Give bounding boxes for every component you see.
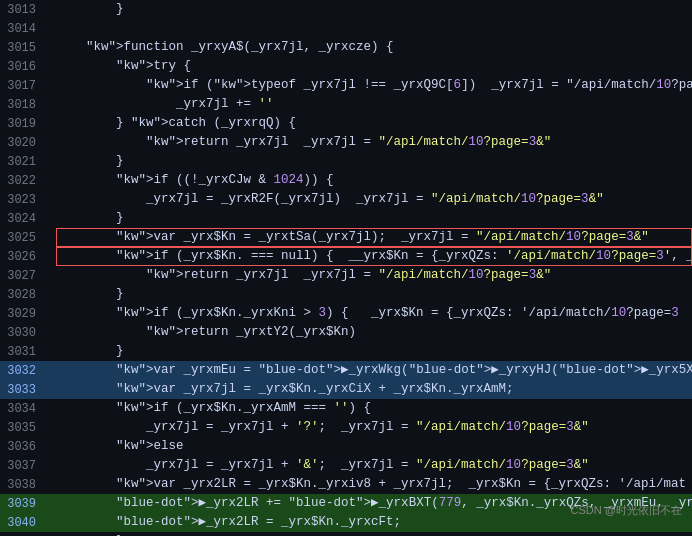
line-content: } "kw">catch (_yrxrqQ) {: [48, 114, 692, 133]
code-editor: 3013 }30143015 "kw">function _yrxyA$(_yr…: [0, 0, 692, 536]
line-number: 3025: [0, 231, 48, 245]
line-number: 3013: [0, 3, 48, 17]
line-content: }: [48, 285, 692, 304]
line-content: }: [48, 209, 692, 228]
code-line: 3014: [0, 19, 692, 38]
code-line: 3033 "kw">var _yrx7jl = _yrx$Kn._yrxCiX …: [0, 380, 692, 399]
line-number: 3016: [0, 60, 48, 74]
line-number: 3021: [0, 155, 48, 169]
line-number: 3022: [0, 174, 48, 188]
line-content: }: [48, 152, 692, 171]
line-number: 3039: [0, 497, 48, 511]
code-line: 3016 "kw">try {: [0, 57, 692, 76]
line-content: _yrx7jl = _yrxR2F(_yrx7jl) _yrx7jl = "/a…: [48, 190, 692, 209]
code-line: 3032 "kw">var _yrxmEu = "blue-dot">▶_yrx…: [0, 361, 692, 380]
code-line: 3036 "kw">else: [0, 437, 692, 456]
line-number: 3023: [0, 193, 48, 207]
line-content: "kw">var _yrx$Kn = _yrxtSa(_yrx7jl); _yr…: [48, 228, 692, 247]
code-line: 3037 _yrx7jl = _yrx7jl + '&'; _yrx7jl = …: [0, 456, 692, 475]
line-number: 3018: [0, 98, 48, 112]
code-line: 3031 }: [0, 342, 692, 361]
code-line: 3023 _yrx7jl = _yrxR2F(_yrx7jl) _yrx7jl …: [0, 190, 692, 209]
line-number: 3028: [0, 288, 48, 302]
code-line: 3015 "kw">function _yrxyA$(_yrx7jl, _yrx…: [0, 38, 692, 57]
line-number: 3027: [0, 269, 48, 283]
line-content: "kw">else: [48, 437, 692, 456]
line-number: 3030: [0, 326, 48, 340]
line-content: "kw">var _yrx7jl = _yrx$Kn._yrxCiX + _yr…: [48, 380, 692, 399]
code-line: 3038 "kw">var _yrx2LR = _yrx$Kn._yrxiv8 …: [0, 475, 692, 494]
line-number: 3040: [0, 516, 48, 530]
line-content: "kw">function _yrxyA$(_yrx7jl, _yrxcze) …: [48, 38, 692, 57]
line-number: 3026: [0, 250, 48, 264]
line-content: _yrx7jl = _yrx7jl + '?'; _yrx7jl = "/api…: [48, 418, 692, 437]
line-number: 3032: [0, 364, 48, 378]
code-line: 3025 "kw">var _yrx$Kn = _yrxtSa(_yrx7jl)…: [0, 228, 692, 247]
code-line: 3041 }: [0, 532, 692, 536]
line-content: "kw">if (_yrx$Kn._yrxAmM === '') {: [48, 399, 692, 418]
code-line: 3017 "kw">if ("kw">typeof _yrx7jl !== _y…: [0, 76, 692, 95]
line-content: "kw">var _yrx2LR = _yrx$Kn._yrxiv8 + _yr…: [48, 475, 692, 494]
line-number: 3035: [0, 421, 48, 435]
line-number: 3015: [0, 41, 48, 55]
code-line: 3018 _yrx7jl += '': [0, 95, 692, 114]
watermark: CSDN @时光依旧不在: [571, 503, 682, 518]
line-number: 3029: [0, 307, 48, 321]
line-content: "kw">return _yrx7jl _yrx7jl = "/api/matc…: [48, 133, 692, 152]
line-number: 3019: [0, 117, 48, 131]
code-line: 3022 "kw">if ((!_yrxCJw & 1024)) {: [0, 171, 692, 190]
line-content: "kw">if (_yrx$Kn._yrxKni > 3) { _yrx$Kn …: [48, 304, 692, 323]
line-content: "kw">return _yrxtY2(_yrx$Kn): [48, 323, 692, 342]
line-content: "kw">return _yrx7jl _yrx7jl = "/api/matc…: [48, 266, 692, 285]
code-line: 3030 "kw">return _yrxtY2(_yrx$Kn): [0, 323, 692, 342]
line-content: "kw">try {: [48, 57, 692, 76]
code-line: 3029 "kw">if (_yrx$Kn._yrxKni > 3) { _yr…: [0, 304, 692, 323]
line-content: _yrx7jl = _yrx7jl + '&'; _yrx7jl = "/api…: [48, 456, 692, 475]
code-line: 3020 "kw">return _yrx7jl _yrx7jl = "/api…: [0, 133, 692, 152]
line-content: }: [48, 342, 692, 361]
line-number: 3037: [0, 459, 48, 473]
code-content: 3013 }30143015 "kw">function _yrxyA$(_yr…: [0, 0, 692, 536]
code-line: 3024 }: [0, 209, 692, 228]
line-number: 3031: [0, 345, 48, 359]
line-content: _yrx7jl += '': [48, 95, 692, 114]
line-content: "kw">var _yrxmEu = "blue-dot">▶_yrxWkg("…: [48, 361, 692, 380]
code-line: 3027 "kw">return _yrx7jl _yrx7jl = "/api…: [0, 266, 692, 285]
line-number: 3024: [0, 212, 48, 226]
line-content: "kw">if (_yrx$Kn. === null) { __yrx$Kn =…: [48, 247, 692, 266]
code-line: 3026 "kw">if (_yrx$Kn. === null) { __yrx…: [0, 247, 692, 266]
line-content: }: [48, 0, 692, 19]
code-line: 3034 "kw">if (_yrx$Kn._yrxAmM === '') {: [0, 399, 692, 418]
line-content: "kw">if ((!_yrxCJw & 1024)) {: [48, 171, 692, 190]
code-line: 3028 }: [0, 285, 692, 304]
line-number: 3017: [0, 79, 48, 93]
code-line: 3021 }: [0, 152, 692, 171]
line-content: }: [48, 532, 692, 536]
code-line: 3013 }: [0, 0, 692, 19]
line-number: 3033: [0, 383, 48, 397]
line-number: 3036: [0, 440, 48, 454]
line-number: 3034: [0, 402, 48, 416]
line-number: 3014: [0, 22, 48, 36]
line-content: "kw">if ("kw">typeof _yrx7jl !== _yrxQ9C…: [48, 76, 692, 95]
line-number: 3020: [0, 136, 48, 150]
line-number: 3038: [0, 478, 48, 492]
code-line: 3035 _yrx7jl = _yrx7jl + '?'; _yrx7jl = …: [0, 418, 692, 437]
code-line: 3019 } "kw">catch (_yrxrqQ) {: [0, 114, 692, 133]
